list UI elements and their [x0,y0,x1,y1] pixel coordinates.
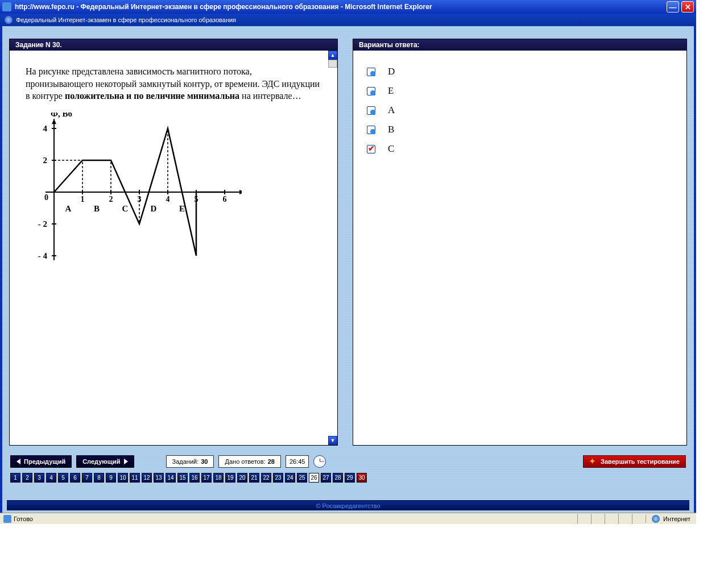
checkbox-C[interactable] [367,145,375,153]
answer-row-E[interactable]: E [367,81,673,101]
question-num-13[interactable]: 13 [154,473,164,483]
question-num-5[interactable]: 5 [58,473,68,483]
question-num-29[interactable]: 29 [345,473,355,483]
triangle-left-icon [16,459,20,464]
answer-label: B [388,124,394,135]
prev-button[interactable]: Предыдущий [10,455,72,468]
question-num-30[interactable]: 30 [357,473,367,483]
question-num-1[interactable]: 1 [10,473,20,483]
clock-icon [313,455,326,468]
answers-body: DEABC [353,51,686,445]
answered-infobox: Дано ответов:28 [218,455,280,468]
question-num-2[interactable]: 2 [22,473,32,483]
magnetic-flux-chart: - 4- 224123456ABCDEФ, Вбt, с0 [26,113,242,260]
ie-status-icon [3,515,11,523]
question-num-18[interactable]: 18 [213,473,224,483]
minimize-button[interactable]: — [667,1,679,13]
scroll-up-button[interactable]: ▲ [328,51,337,60]
checkbox-A[interactable] [367,106,375,115]
scroll-track[interactable] [328,60,337,68]
svg-text:4: 4 [166,195,170,203]
question-num-17[interactable]: 17 [201,473,212,483]
checkbox-B[interactable] [367,126,375,134]
question-num-4[interactable]: 4 [46,473,56,483]
triangle-right-icon [124,459,128,464]
svg-text:1: 1 [81,195,85,203]
svg-text:E: E [179,204,185,213]
question-num-10[interactable]: 10 [118,473,128,483]
svg-marker-3 [239,190,242,194]
close-button[interactable]: ✕ [681,1,694,13]
question-num-25[interactable]: 25 [297,473,307,483]
question-panel: Задание N 30. ▲ ▼ На рисунке представлен… [9,39,338,446]
svg-text:4: 4 [43,124,48,133]
question-num-3[interactable]: 3 [34,473,44,483]
question-num-15[interactable]: 15 [177,473,188,483]
svg-text:B: B [94,204,100,213]
question-num-9[interactable]: 9 [106,473,116,483]
question-num-22[interactable]: 22 [261,473,271,483]
svg-marker-2 [52,119,56,124]
question-numbers-bar: 1234567891011121314151617181920212223242… [7,471,689,485]
question-num-28[interactable]: 28 [333,473,343,483]
answers-panel: Варианты ответа: DEABC [353,39,687,446]
answer-row-D[interactable]: D [367,62,673,81]
question-num-27[interactable]: 27 [321,473,331,483]
runner-icon: ✦ [589,458,597,465]
question-num-26[interactable]: 26 [309,473,319,483]
window-title: http://www.fepo.ru - Федеральный Интерне… [15,3,667,11]
globe-icon [5,16,13,24]
question-num-7[interactable]: 7 [82,473,92,483]
question-num-21[interactable]: 21 [249,473,259,483]
question-text-bold: положительна и по величине минимальна [65,91,239,101]
question-num-24[interactable]: 24 [285,473,295,483]
svg-text:2: 2 [109,195,113,203]
status-text: Готово [14,516,33,522]
question-num-11[interactable]: 11 [130,473,140,483]
question-num-8[interactable]: 8 [94,473,104,483]
browser-statusbar: Готово Интернет [0,513,696,524]
svg-text:0: 0 [44,193,48,202]
question-header: Задание N 30. [10,39,337,51]
question-num-6[interactable]: 6 [70,473,80,483]
answer-row-C[interactable]: C [367,139,673,159]
answer-row-A[interactable]: A [367,101,673,120]
question-num-20[interactable]: 20 [237,473,247,483]
time-infobox: 26:45 [286,455,309,468]
browser-tabbar: Федеральный Интернет-экзамен в сфере про… [0,14,696,26]
question-num-16[interactable]: 16 [189,473,200,483]
answer-label: D [388,66,395,77]
question-body: ▲ ▼ На рисунке представлена зависимость … [10,51,337,445]
svg-text:C: C [122,204,129,213]
control-bar: Предыдущий Следующий Заданий: 30 Дано от… [7,454,689,469]
chart-svg: - 4- 224123456ABCDEФ, Вбt, с0 [26,113,242,260]
question-num-12[interactable]: 12 [142,473,152,483]
checkbox-D[interactable] [367,68,375,76]
next-button[interactable]: Следующий [76,455,134,468]
app-body: Задание N 30. ▲ ▼ На рисунке представлен… [0,26,696,513]
answer-label: E [388,85,394,97]
question-num-19[interactable]: 19 [225,473,235,483]
footer-copyright: © Росаккредагентство [7,500,689,510]
tasks-infobox: Заданий: 30 [166,455,214,468]
tab-title: Федеральный Интернет-экзамен в сфере про… [16,16,236,23]
internet-zone-icon [652,515,660,523]
zone-text: Интернет [663,516,690,522]
finish-test-button[interactable]: ✦Завершить тестирование [583,455,686,468]
question-num-23[interactable]: 23 [273,473,283,483]
answer-row-B[interactable]: B [367,120,673,139]
scroll-down-button[interactable]: ▼ [328,436,337,445]
question-num-14[interactable]: 14 [166,473,176,483]
svg-text:- 2: - 2 [38,219,47,228]
question-text-post: на интервале… [239,91,301,101]
svg-text:D: D [151,204,157,213]
answer-label: C [388,143,394,155]
svg-text:2: 2 [43,156,48,165]
question-content: На рисунке представлена зависимость магн… [10,51,337,266]
svg-text:A: A [65,204,72,213]
ie-icon [2,2,11,11]
checkbox-E[interactable] [367,87,375,95]
answers-header: Варианты ответа: [353,39,686,51]
window-titlebar: http://www.fepo.ru - Федеральный Интерне… [0,0,696,14]
answer-label: A [388,105,395,116]
